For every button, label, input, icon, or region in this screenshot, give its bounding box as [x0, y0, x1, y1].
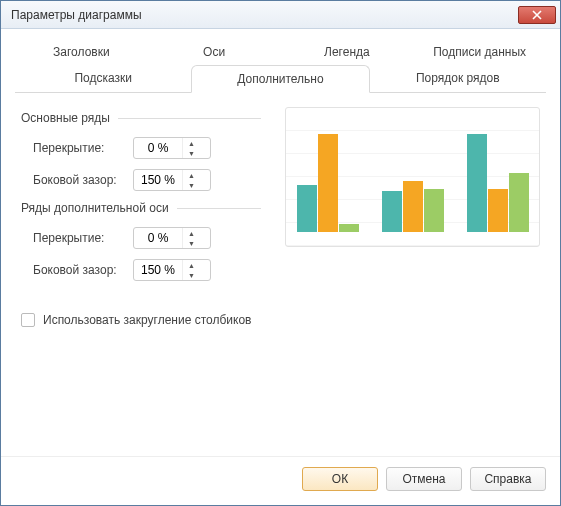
chart-preview — [285, 107, 540, 247]
spinner-up-icon[interactable]: ▲ — [183, 260, 200, 270]
tab-row-1: Заголовки Оси Легенда Подписи данных — [15, 39, 546, 65]
chart-cluster — [466, 134, 529, 232]
chart-bar — [318, 134, 338, 232]
tab-axes[interactable]: Оси — [148, 39, 281, 65]
spinner-secondary-gap[interactable]: ▲ ▼ — [133, 259, 211, 281]
input-secondary-gap[interactable] — [134, 263, 182, 277]
dialog-body: Заголовки Оси Легенда Подписи данных Под… — [1, 29, 560, 456]
label-secondary-gap: Боковой зазор: — [33, 263, 133, 277]
controls-column: Основные ряды Перекрытие: ▲ ▼ — [21, 107, 261, 291]
tab-headers[interactable]: Заголовки — [15, 39, 148, 65]
group-secondary-header: Ряды дополнительной оси — [21, 201, 261, 215]
checkbox-row-rounding: Использовать закругление столбиков — [21, 313, 540, 327]
spinner-down-icon[interactable]: ▼ — [183, 238, 200, 248]
tab-legend[interactable]: Легенда — [281, 39, 414, 65]
checkbox-label-rounding: Использовать закругление столбиков — [43, 313, 251, 327]
chart-bar — [339, 224, 359, 232]
field-primary-overlap: Перекрытие: ▲ ▼ — [21, 137, 261, 159]
label-primary-gap: Боковой зазор: — [33, 173, 133, 187]
group-secondary-title: Ряды дополнительной оси — [21, 201, 169, 215]
tab-series-order[interactable]: Порядок рядов — [370, 65, 546, 92]
group-primary-header: Основные ряды — [21, 111, 261, 125]
dialog-footer: ОК Отмена Справка — [1, 456, 560, 505]
input-secondary-overlap[interactable] — [134, 231, 182, 245]
spinner-down-icon[interactable]: ▼ — [183, 270, 200, 280]
tab-row-2: Подсказки Дополнительно Порядок рядов — [15, 65, 546, 92]
input-primary-overlap[interactable] — [134, 141, 182, 155]
spinner-down-icon[interactable]: ▼ — [183, 180, 200, 190]
field-secondary-gap: Боковой зазор: ▲ ▼ — [21, 259, 261, 281]
spinner-primary-gap[interactable]: ▲ ▼ — [133, 169, 211, 191]
tab-content: Основные ряды Перекрытие: ▲ ▼ — [15, 93, 546, 456]
tab-tooltips[interactable]: Подсказки — [15, 65, 191, 92]
tab-additional[interactable]: Дополнительно — [191, 65, 369, 93]
spinner-up-icon[interactable]: ▲ — [183, 170, 200, 180]
tab-strip: Заголовки Оси Легенда Подписи данных Под… — [15, 39, 546, 93]
divider — [118, 118, 261, 119]
chart-bar — [488, 189, 508, 232]
close-icon — [532, 10, 542, 20]
ok-button[interactable]: ОК — [302, 467, 378, 491]
chart-bar — [382, 191, 402, 232]
spinner-primary-overlap[interactable]: ▲ ▼ — [133, 137, 211, 159]
chart-bar — [509, 173, 529, 232]
chart-cluster — [381, 181, 444, 232]
dialog-window: Параметры диаграммы Заголовки Оси Легенд… — [0, 0, 561, 506]
titlebar: Параметры диаграммы — [1, 1, 560, 29]
chart-bar — [403, 181, 423, 232]
help-button[interactable]: Справка — [470, 467, 546, 491]
spinner-up-icon[interactable]: ▲ — [183, 228, 200, 238]
spinner-secondary-overlap[interactable]: ▲ ▼ — [133, 227, 211, 249]
window-title: Параметры диаграммы — [11, 8, 142, 22]
chart-bar — [297, 185, 317, 232]
input-primary-gap[interactable] — [134, 173, 182, 187]
chart-bar — [467, 134, 487, 232]
checkbox-use-rounding[interactable] — [21, 313, 35, 327]
label-secondary-overlap: Перекрытие: — [33, 231, 133, 245]
field-primary-gap: Боковой зазор: ▲ ▼ — [21, 169, 261, 191]
spinner-up-icon[interactable]: ▲ — [183, 138, 200, 148]
chart-bar — [424, 189, 444, 232]
label-primary-overlap: Перекрытие: — [33, 141, 133, 155]
tab-data-labels[interactable]: Подписи данных — [413, 39, 546, 65]
cancel-button[interactable]: Отмена — [386, 467, 462, 491]
group-primary-title: Основные ряды — [21, 111, 110, 125]
close-button[interactable] — [518, 6, 556, 24]
spinner-down-icon[interactable]: ▼ — [183, 148, 200, 158]
chart-cluster — [296, 134, 359, 232]
field-secondary-overlap: Перекрытие: ▲ ▼ — [21, 227, 261, 249]
divider — [177, 208, 261, 209]
